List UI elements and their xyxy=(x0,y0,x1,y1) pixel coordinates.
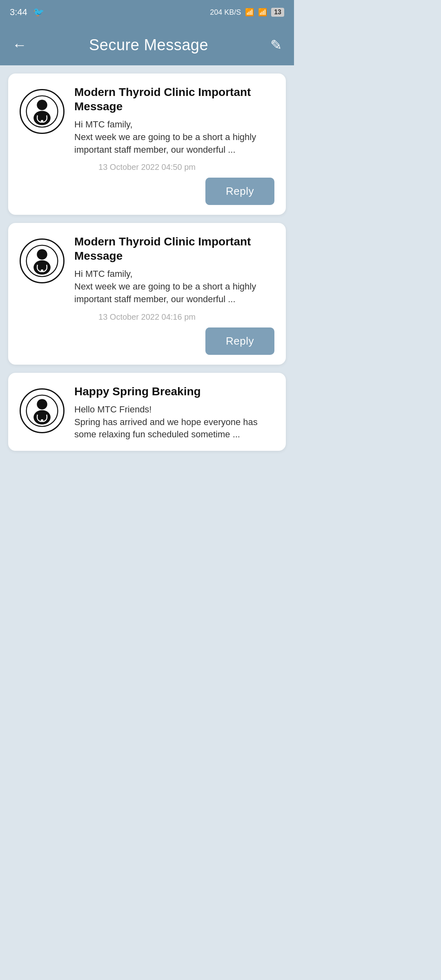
message-excerpt: Hello MTC Friends! Spring has arrived an… xyxy=(74,403,274,441)
svg-point-6 xyxy=(33,261,51,275)
message-card-1: Modern Thyroid Clinic Important MessageH… xyxy=(8,74,286,215)
avatar xyxy=(20,388,65,433)
message-timestamp: 13 October 2022 04:16 pm xyxy=(20,312,274,322)
card-top: Happy Spring BreakingHello MTC Friends! … xyxy=(20,384,274,441)
svg-point-7 xyxy=(41,270,43,272)
svg-point-1 xyxy=(37,100,47,110)
page-title: Secure Message xyxy=(89,36,208,54)
data-speed: 204 KB/S xyxy=(210,8,241,17)
message-card-3: Happy Spring BreakingHello MTC Friends! … xyxy=(8,373,286,451)
twitter-icon: 🐦 xyxy=(33,7,44,18)
svg-point-11 xyxy=(41,419,43,422)
message-title: Modern Thyroid Clinic Important Message xyxy=(74,234,274,263)
app-header: ← Secure Message ✎ xyxy=(0,24,294,65)
status-bar: 3:44 🐦 204 KB/S 📶 📶 13 xyxy=(0,0,294,24)
svg-point-10 xyxy=(33,410,51,424)
card-footer: Reply xyxy=(20,327,274,355)
edit-button[interactable]: ✎ xyxy=(270,37,282,53)
card-footer: Reply xyxy=(20,178,274,205)
card-body: Modern Thyroid Clinic Important MessageH… xyxy=(74,85,274,156)
card-top: Modern Thyroid Clinic Important MessageH… xyxy=(20,234,274,305)
status-bar-right: 204 KB/S 📶 📶 13 xyxy=(210,8,284,17)
message-title: Modern Thyroid Clinic Important Message xyxy=(74,85,274,114)
messages-list: Modern Thyroid Clinic Important MessageH… xyxy=(0,65,294,463)
svg-point-3 xyxy=(41,120,43,122)
message-timestamp: 13 October 2022 04:50 pm xyxy=(20,163,274,172)
reply-button[interactable]: Reply xyxy=(205,178,274,205)
message-excerpt: Hi MTC family, Next week we are going to… xyxy=(74,268,274,305)
message-card-2: Modern Thyroid Clinic Important MessageH… xyxy=(8,223,286,364)
wifi-icon: 📶 xyxy=(245,8,254,17)
card-body: Happy Spring BreakingHello MTC Friends! … xyxy=(74,384,274,441)
card-top: Modern Thyroid Clinic Important MessageH… xyxy=(20,85,274,156)
status-time: 3:44 xyxy=(10,7,27,18)
reply-button[interactable]: Reply xyxy=(205,327,274,355)
svg-point-2 xyxy=(33,111,51,125)
message-excerpt: Hi MTC family, Next week we are going to… xyxy=(74,118,274,156)
message-title: Happy Spring Breaking xyxy=(74,384,274,399)
svg-point-9 xyxy=(37,399,47,410)
card-body: Modern Thyroid Clinic Important MessageH… xyxy=(74,234,274,305)
svg-point-5 xyxy=(37,249,47,260)
battery-badge: 13 xyxy=(271,8,284,17)
signal-icon: 📶 xyxy=(258,8,267,17)
avatar xyxy=(20,89,65,134)
status-bar-left: 3:44 🐦 xyxy=(10,7,44,18)
avatar xyxy=(20,238,65,283)
back-button[interactable]: ← xyxy=(12,36,27,53)
